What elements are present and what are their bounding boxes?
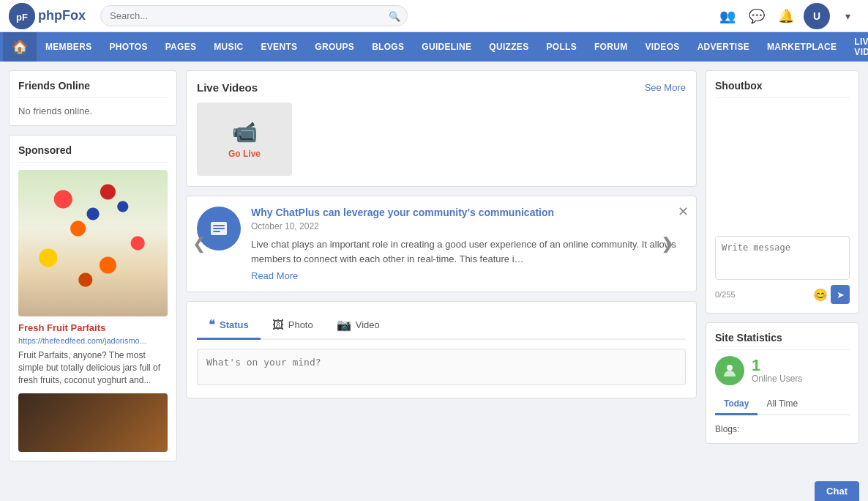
tab-video[interactable]: 📷 Video [325, 312, 392, 340]
chevron-down-icon[interactable]: ▾ [836, 4, 859, 28]
blogs-label: Blogs: [715, 424, 739, 434]
write-message-input[interactable] [715, 236, 850, 280]
logo-text: phpFox [38, 8, 86, 23]
nav-item-forum[interactable]: FORUM [585, 32, 637, 62]
video-tab-icon: 📷 [337, 318, 351, 332]
svg-text:pF: pF [16, 12, 28, 23]
nav-item-events[interactable]: EVENTS [252, 32, 307, 62]
photo-tab-label: Photo [288, 319, 313, 330]
online-count: 1 [752, 357, 802, 374]
shoutbox-card: Shoutbox 0/255 😊 ➤ [706, 70, 859, 313]
prev-arrow-button[interactable]: ❮ [192, 234, 206, 253]
post-box: ❝ Status 🖼 Photo 📷 Video [186, 301, 697, 398]
blog-title[interactable]: Why ChatPlus can leverage your community… [251, 207, 686, 218]
left-sidebar: Friends Online No friends online. Sponso… [9, 70, 177, 470]
next-arrow-button[interactable]: ❯ [661, 234, 674, 253]
svg-point-6 [727, 365, 733, 371]
status-tab-label: Status [220, 319, 249, 330]
svg-rect-5 [213, 231, 220, 232]
message-actions: 😊 ➤ [813, 285, 850, 304]
online-avatar [715, 356, 744, 385]
friends-online-card: Friends Online No friends online. [9, 70, 177, 126]
see-more-link[interactable]: See More [645, 82, 686, 93]
message-footer: 0/255 😊 ➤ [715, 285, 850, 304]
nav-item-marketplace[interactable]: MARKETPLACE [758, 32, 845, 62]
live-videos-title: Live Videos [197, 81, 258, 94]
site-statistics-card: Site Statistics 1 Online Users Today All… [706, 322, 859, 444]
sponsored-card: Sponsored Fresh Fruit Parfaits https://t… [9, 135, 177, 461]
online-label: Online Users [752, 374, 802, 384]
close-button[interactable]: ✕ [678, 204, 689, 220]
blog-card-inner: Why ChatPlus can leverage your community… [197, 207, 686, 281]
tab-status[interactable]: ❝ Status [197, 312, 261, 340]
online-stats: 1 Online Users [752, 357, 802, 384]
nav-item-pages[interactable]: PAGES [157, 32, 206, 62]
live-videos-section: Live Videos See More 📹 Go Live [186, 70, 697, 187]
svg-rect-4 [213, 228, 225, 229]
shoutbox-content [715, 104, 850, 236]
nav-item-videos[interactable]: VIDEOS [636, 32, 688, 62]
sponsored-item-title[interactable]: Fresh Fruit Parfaits [18, 322, 168, 333]
stats-tab-alltime[interactable]: All Time [757, 394, 807, 415]
emoji-button[interactable]: 😊 [813, 288, 828, 302]
nav-item-quizzes[interactable]: QUIZZES [480, 32, 537, 62]
search-box: 🔍 [100, 5, 408, 26]
send-icon: ➤ [837, 289, 845, 300]
stats-tab-today[interactable]: Today [715, 394, 757, 415]
nav-item-music[interactable]: MUSIC [205, 32, 252, 62]
stats-tabs: Today All Time [715, 394, 850, 415]
avatar-button[interactable]: U [804, 3, 830, 29]
nav-item-members[interactable]: MEMBERS [37, 32, 100, 62]
nav-item-guideline[interactable]: GUIDELINE [413, 32, 480, 62]
fruit-image [18, 170, 168, 316]
blog-content: Why ChatPlus can leverage your community… [251, 207, 686, 281]
live-videos-header: Live Videos See More [197, 81, 686, 94]
send-button[interactable]: ➤ [831, 285, 850, 304]
bell-icon-button[interactable]: 🔔 [774, 4, 798, 28]
stats-blogs: Blogs: [715, 424, 850, 434]
char-count: 0/255 [715, 290, 736, 299]
logo: pF phpFox [9, 3, 86, 29]
blog-excerpt: Live chat plays an important role in cre… [251, 237, 686, 266]
no-friends-text: No friends online. [18, 105, 168, 116]
nav-item-blogs[interactable]: BLOGS [363, 32, 413, 62]
nav-home-button[interactable]: 🏠 [3, 32, 37, 62]
go-live-camera-icon: 📹 [232, 120, 258, 144]
status-tab-icon: ❝ [209, 318, 215, 332]
search-icon: 🔍 [389, 10, 400, 21]
top-right-icons: 👥 💬 🔔 U ▾ [716, 3, 859, 29]
blog-date: October 10, 2022 [251, 221, 686, 231]
nav-item-advertise[interactable]: ADVERTISE [689, 32, 758, 62]
post-tabs: ❝ Status 🖼 Photo 📷 Video [197, 312, 686, 340]
site-statistics-title: Site Statistics [715, 332, 850, 350]
sponsored-image[interactable] [18, 170, 168, 316]
chat-icon-button[interactable]: 💬 [745, 4, 768, 28]
sponsored-item-url[interactable]: https://thefeedfeed.com/jadorismo... [18, 336, 168, 345]
right-sidebar: Shoutbox 0/255 😊 ➤ Site Statistics [706, 70, 859, 470]
search-input[interactable] [100, 5, 408, 26]
nav-item-polls[interactable]: POLLS [537, 32, 585, 62]
svg-rect-3 [213, 225, 225, 226]
users-icon-button[interactable]: 👥 [716, 4, 739, 28]
go-live-button[interactable]: 📹 Go Live [197, 103, 292, 176]
sponsored-title: Sponsored [18, 144, 168, 163]
sponsored-image2[interactable] [18, 393, 168, 452]
main-content: Live Videos See More 📹 Go Live ✕ ❮ [186, 70, 697, 470]
video-tab-label: Video [356, 319, 380, 330]
nav-item-groups[interactable]: GROUPS [306, 32, 363, 62]
sponsored-item-desc: Fruit Parfaits, anyone? The most simple … [18, 349, 168, 386]
nav-item-live-videos[interactable]: LIVE VIDEOS [845, 32, 868, 62]
tab-photo[interactable]: 🖼 Photo [261, 312, 325, 340]
shoutbox-title: Shoutbox [715, 80, 850, 98]
nav-bar: 🏠 MEMBERS PHOTOS PAGES MUSIC EVENTS GROU… [0, 32, 868, 62]
nav-item-photos[interactable]: PHOTOS [100, 32, 156, 62]
logo-icon: pF [9, 3, 35, 29]
top-bar: pF phpFox 🔍 👥 💬 🔔 U ▾ [0, 0, 868, 32]
photo-tab-icon: 🖼 [272, 319, 284, 332]
read-more-link[interactable]: Read More [251, 270, 298, 281]
stats-online: 1 Online Users [715, 356, 850, 385]
page-layout: Friends Online No friends online. Sponso… [0, 62, 868, 479]
go-live-label: Go Live [228, 149, 261, 159]
post-input[interactable] [197, 349, 686, 385]
friends-online-title: Friends Online [18, 80, 168, 98]
